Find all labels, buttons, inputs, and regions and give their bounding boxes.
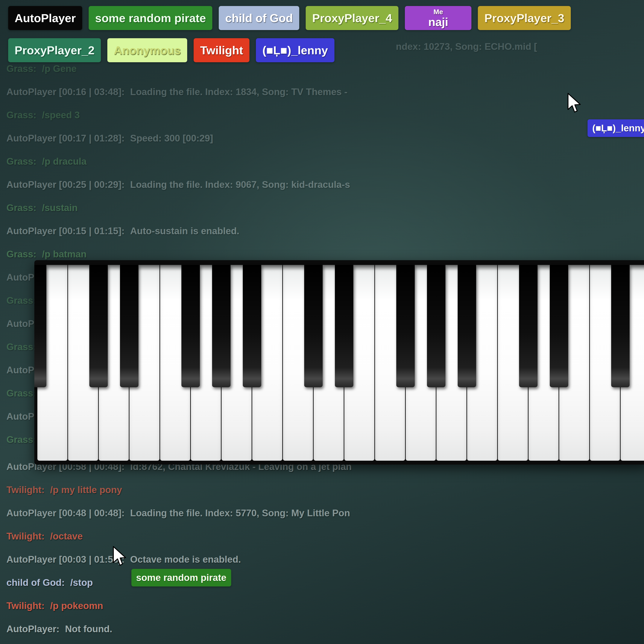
faded-chat-fragment: ndex: 10273, Song: ECHO.mid [ [396,41,537,52]
chat-message: Grass:/p Gene [6,63,77,74]
chat-message: AutoPlayer [00:15 | 01:15]:Auto-sustain … [6,226,239,236]
chat-message: AutoPlayer [00:25 | 00:29]:Loading the f… [6,179,350,190]
chat-speaker: Grass: [6,249,36,259]
mouse-cursor-icon [567,93,581,113]
chat-text: /octave [50,531,83,541]
player-tag[interactable]: Menaji [405,6,471,30]
chat-message: Twilight:/octave [6,531,83,542]
piano-black-key[interactable] [611,265,630,387]
player-tag[interactable]: ProxyPlayer_2 [8,38,101,62]
piano-black-key[interactable] [243,265,261,387]
piano-black-key[interactable] [427,265,445,387]
chat-speaker: AutoPlayer [00:15 | 01:15]: [6,226,125,236]
chat-fragment-behind-piano: Grass: [6,388,36,399]
chat-text: /p dracula [42,156,87,167]
chat-text: /speed 3 [42,110,80,120]
chat-text: Not found. [65,624,112,634]
chat-text: /p Gene [42,63,76,74]
chat-message: Grass:/p batman [6,249,87,260]
piano-black-key[interactable] [304,265,323,387]
chat-speaker: AutoPlayer [00:16 | 03:48]: [6,87,125,97]
piano-black-key[interactable] [396,265,415,387]
player-name-label: (■Ļ■)_lenny [262,44,328,56]
player-name-label: naji [428,16,448,28]
mouse-cursor-icon [112,546,126,567]
piano-black-key[interactable] [181,265,200,387]
chat-speaker: Twilight: [6,531,45,541]
chat-text: Octave mode is enabled. [130,554,241,565]
piano-black-key[interactable] [89,265,108,387]
chat-speaker: AutoPlayer [00:48 | 00:48]: [6,508,125,518]
chat-message: Grass:/speed 3 [6,110,80,120]
chat-fragment-behind-piano: Grass: [6,295,36,306]
chat-text: /stop [70,577,93,588]
chat-speaker: Twilight: [6,600,45,611]
chat-text: Speed: 300 [00:29] [130,133,213,143]
player-tag[interactable]: Twilight [194,38,249,62]
chat-speaker: AutoPlayer [00:25 | 00:29]: [6,179,125,190]
me-indicator: Me [433,8,443,15]
chat-speaker: AutoPlayer [00:03 | 01:53]: [6,554,125,565]
chat-speaker: Grass: [6,63,36,74]
chat-speaker: Grass: [6,156,36,167]
player-tag[interactable]: child of God [219,6,299,30]
chat-message: Grass:/sustain [6,202,78,213]
player-tag[interactable]: Anonymous [107,38,187,62]
chat-message: AutoPlayer [00:16 | 03:48]:Loading the f… [6,87,347,97]
chat-text: /sustain [42,202,77,213]
chat-speaker: Grass: [6,202,36,213]
chat-message: Grass:/p dracula [6,156,87,167]
piano-black-key[interactable] [550,265,568,387]
piano-black-key[interactable] [458,265,476,387]
chat-message: child of God:/stop [6,577,93,588]
piano-keyboard[interactable] [34,260,644,465]
chat-speaker: AutoPlayer: [6,624,59,634]
player-tag[interactable]: some random pirate [89,6,212,30]
cursor-player-label: (■Ļ■)_lenny [588,119,644,137]
piano-black-key[interactable] [519,265,538,387]
player-name-label: Twilight [200,44,243,56]
player-tag[interactable]: ProxyPlayer_3 [478,6,571,30]
chat-speaker: child of God: [6,577,65,588]
player-tag[interactable]: AutoPlayer [8,6,82,30]
player-tag[interactable]: (■Ļ■)_lenny [256,38,334,62]
player-name-label: child of God [225,12,293,24]
chat-fragment-behind-piano: Grass: [6,342,36,352]
player-name-label: ProxyPlayer_3 [484,12,564,24]
player-name-label: some random pirate [95,12,206,24]
chat-fragment-behind-piano: Grass: [6,434,36,445]
chat-text: Auto-sustain is enabled. [130,226,239,236]
cursor-player-label: some random pirate [131,569,231,586]
piano-black-key[interactable] [34,265,46,387]
piano-black-key[interactable] [335,265,353,387]
chat-text: Loading the file. Index: 9067, Song: kid… [130,179,350,190]
player-tag-row-2: ProxyPlayer_2AnonymousTwilight(■Ļ■)_lenn… [8,38,334,62]
player-name-label: AutoPlayer [15,12,76,24]
player-name-label: ProxyPlayer_4 [312,12,392,24]
chat-message: Twilight:/p my little pony [6,485,122,495]
chat-text: Loading the file. Index: 1834, Song: TV … [130,87,347,97]
piano-black-key[interactable] [120,265,138,387]
player-tag-row-1: AutoPlayersome random piratechild of God… [8,6,571,30]
chat-message: Twilight:/p pokeomn [6,600,103,611]
chat-text: Loading the file. Index: 5770, Song: My … [130,508,350,518]
chat-text: /p my little pony [50,485,122,495]
chat-message: AutoPlayer [00:48 | 00:48]:Loading the f… [6,508,350,518]
player-name-label: Anonymous [114,44,181,56]
chat-speaker: AutoPlayer [00:17 | 01:28]: [6,133,125,143]
chat-text: /p batman [42,249,87,259]
piano-black-key[interactable] [212,265,231,387]
player-tag[interactable]: ProxyPlayer_4 [306,6,398,30]
chat-speaker: Grass: [6,110,36,120]
player-name-label: ProxyPlayer_2 [15,44,94,56]
chat-text: /p pokeomn [50,600,103,611]
chat-speaker: Twilight: [6,485,45,495]
chat-message: AutoPlayer [00:17 | 01:28]:Speed: 300 [0… [6,133,213,144]
chat-message: AutoPlayer:Not found. [6,624,112,634]
